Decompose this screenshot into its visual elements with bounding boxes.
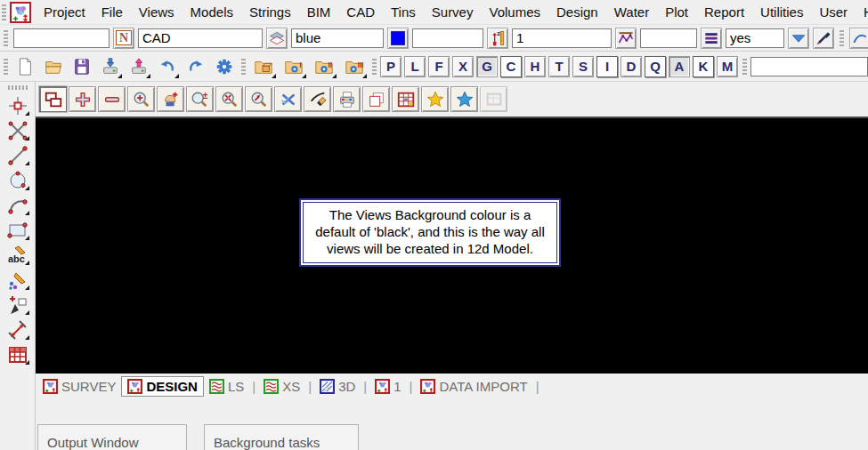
table-tool-button[interactable] [4, 342, 31, 366]
letter-button-p[interactable]: P [380, 56, 402, 77]
menu-bim[interactable]: BIM [299, 4, 339, 20]
toolbar-grip[interactable] [2, 4, 6, 20]
menu-file[interactable]: File [93, 4, 131, 20]
settings-button[interactable] [211, 53, 238, 80]
letter-button-d[interactable]: D [621, 56, 642, 77]
letter-button-s[interactable]: S [572, 56, 594, 77]
import-button[interactable] [97, 53, 124, 80]
circle-tool-button[interactable] [4, 168, 31, 192]
line-tool-button[interactable] [4, 143, 31, 167]
menu-report[interactable]: Report [696, 4, 752, 20]
letter-button-i[interactable]: I [596, 56, 618, 77]
menu-help[interactable]: Help [856, 4, 868, 20]
undo-button[interactable] [154, 53, 181, 80]
menu-survey[interactable]: Survey [424, 4, 482, 20]
macro-folder-3-button[interactable]: III [340, 53, 369, 80]
height-input[interactable] [412, 28, 483, 48]
zoom-extents-button[interactable]: ± [186, 86, 214, 112]
menu-views[interactable]: Views [131, 4, 183, 20]
save-button[interactable] [69, 53, 95, 80]
view-canvas[interactable]: The Views Background colour is a default… [36, 118, 868, 374]
zoom-magnifier-button[interactable] [127, 86, 155, 112]
select-box-tool-button[interactable] [4, 293, 31, 317]
menu-models[interactable]: Models [183, 4, 241, 20]
zoom-shrink-button[interactable] [215, 86, 243, 112]
function-input[interactable] [13, 28, 110, 48]
menu-plot[interactable]: Plot [657, 4, 696, 20]
layers-button[interactable] [266, 28, 288, 49]
letter-button-k[interactable]: K [693, 56, 714, 77]
letter-button-a[interactable]: A [669, 56, 690, 77]
toolbar-grip[interactable] [840, 30, 844, 46]
redraw-cross-button[interactable] [274, 86, 302, 112]
menu-strings[interactable]: Strings [241, 4, 299, 20]
open-project-button[interactable] [40, 53, 67, 80]
tinable-dropdown-button[interactable] [788, 28, 809, 49]
menu-volumes[interactable]: Volumes [481, 4, 548, 20]
tinable-input[interactable] [726, 28, 784, 48]
letter-button-g[interactable]: G [476, 56, 498, 77]
tab-data-import[interactable]: DATA IMPORT [415, 377, 532, 396]
measure-tool-button[interactable] [4, 317, 31, 342]
model-input[interactable] [138, 28, 263, 48]
zoom-previous-button[interactable] [245, 86, 272, 112]
letter-button-t[interactable]: T [548, 56, 570, 77]
output-window-button[interactable]: Output Window [37, 424, 187, 450]
menu-water[interactable]: Water [606, 4, 657, 20]
tab-survey[interactable]: SURVEY [37, 377, 121, 396]
point-tool-button[interactable] [4, 93, 31, 117]
tab-3d[interactable]: 3D [314, 377, 361, 396]
tab-xs[interactable]: XS [258, 377, 305, 396]
grid-table-button[interactable] [392, 86, 419, 112]
letter-button-x[interactable]: X [452, 56, 474, 77]
project-folder-button[interactable] [249, 53, 278, 80]
linestyle-button[interactable] [701, 28, 722, 49]
height-button[interactable]: z [487, 28, 508, 49]
toolbar-grip[interactable] [742, 59, 747, 75]
tab-ls[interactable]: LS [204, 377, 249, 396]
name-n-button[interactable]: N [113, 28, 134, 49]
letter-button-q[interactable]: Q [645, 56, 666, 77]
tab-1[interactable]: 1 [369, 377, 406, 396]
menu-design[interactable]: Design [548, 4, 606, 20]
letter-button-f[interactable]: F [428, 56, 450, 77]
toolbar-grip[interactable] [372, 59, 377, 75]
redo-button[interactable] [183, 53, 209, 80]
clipped-edge-button[interactable] [849, 28, 868, 49]
tab-design[interactable]: DESIGN [121, 376, 204, 397]
text-tool-button[interactable]: abc [4, 243, 31, 267]
star-blue-button[interactable] [450, 86, 478, 112]
toolbar-grip[interactable] [8, 85, 28, 90]
toolbar-grip[interactable] [241, 59, 246, 75]
menu-user[interactable]: User [811, 4, 856, 20]
colour-input[interactable] [291, 28, 384, 48]
cross-point-tool-button[interactable] [4, 118, 31, 142]
plot-printer-button[interactable] [333, 86, 361, 112]
rectangle-tool-button[interactable] [4, 218, 31, 242]
linestyle-input[interactable] [640, 28, 697, 48]
background-tasks-button[interactable]: Background tasks [204, 424, 359, 450]
eyedropper-button[interactable] [813, 28, 834, 49]
export-button[interactable] [126, 53, 152, 80]
letter-button-m[interactable]: M [717, 56, 738, 77]
toolbar-grip[interactable] [4, 30, 8, 46]
star-yellow-button[interactable] [421, 86, 449, 112]
menu-cad[interactable]: CAD [338, 4, 383, 20]
command-input[interactable] [750, 57, 868, 76]
pan-hand-button[interactable] [157, 86, 184, 112]
zoom-in-plus-button[interactable] [69, 86, 96, 112]
letter-button-h[interactable]: H [524, 56, 546, 77]
weight-input[interactable] [512, 28, 612, 48]
new-file-button[interactable] [12, 53, 38, 80]
menu-utilities[interactable]: Utilities [752, 4, 811, 20]
menu-tins[interactable]: Tins [383, 4, 424, 20]
letter-button-c[interactable]: C [500, 56, 522, 77]
colour-swatch-button[interactable] [387, 28, 409, 49]
arc-tool-button[interactable] [4, 193, 31, 217]
copy-view-button[interactable] [362, 86, 390, 112]
macro-folder-1-button[interactable]: I [280, 53, 308, 80]
brush-button[interactable] [304, 86, 331, 112]
menu-project[interactable]: Project [36, 4, 93, 20]
macro-folder-2-button[interactable]: II [310, 53, 338, 80]
zoom-out-minus-button[interactable] [98, 86, 126, 112]
